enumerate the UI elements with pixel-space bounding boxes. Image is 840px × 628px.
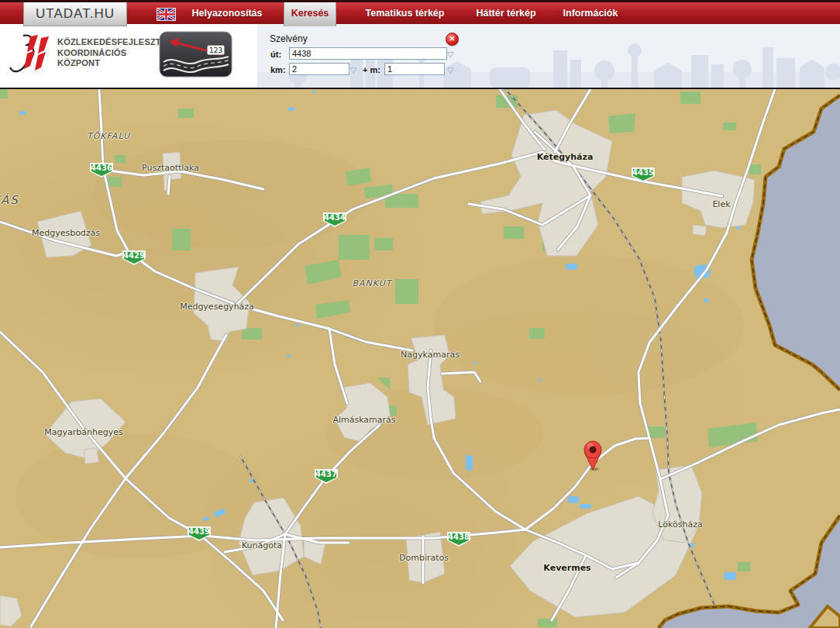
map-label-dombiratos: Dombiratos (399, 553, 449, 563)
org-line-3: KÖZPONT (57, 58, 175, 69)
km-dropdown-icon[interactable]: ▽ (350, 65, 356, 74)
map-label-tokfalu: TÖKFALU (87, 131, 130, 141)
map-label-elek: Elek (712, 199, 730, 209)
m-dropdown-icon[interactable]: ▽ (447, 65, 453, 74)
map-label-ketegyhaza: Kétegyháza (537, 152, 594, 162)
form-title: Szelvény (270, 33, 308, 44)
km-field-label: km: (270, 65, 286, 74)
map-label-medgyesbodzas: Medgyesbodzás (32, 228, 100, 238)
org-line-1: KÖZLEKEDÉSFEJLESZTÉSI (57, 37, 175, 48)
kkk-logo-icon (6, 32, 53, 77)
location-marker-pin[interactable] (584, 441, 601, 471)
map-label-kunagota: Kunágota (242, 540, 282, 550)
uk-flag-icon[interactable] (157, 8, 176, 21)
map-label-medgyesegyhaza: Medgyesegyháza (180, 302, 254, 312)
org-line-2: KOORDINÁCIÓS (57, 48, 175, 59)
map-label-bodzas-fragment: DZÁS (0, 193, 19, 207)
tab-kereses[interactable]: Keresés (284, 2, 336, 26)
tab-hatter-terkep[interactable]: Háttér térkép (467, 2, 545, 24)
tab-tematikus-terkep[interactable]: Tematikus térkép (353, 2, 457, 24)
map-label-bankut: BÁNKÚT (353, 278, 392, 288)
road-input[interactable] (289, 47, 447, 60)
road-field-label: út: (270, 50, 281, 59)
road-dropdown-icon[interactable]: ▽ (447, 50, 453, 59)
main-nav: UTADAT.HU Helyazonosítás Keresés Tematik… (0, 2, 840, 25)
close-icon[interactable]: ✕ (446, 33, 459, 46)
tab-informaciok[interactable]: Információk (553, 2, 628, 24)
header-band: KÖZLEKEDÉSFEJLESZTÉSI KOORDINÁCIÓS KÖZPO… (0, 24, 840, 89)
m-input[interactable] (384, 63, 445, 75)
m-field-label: + m: (363, 65, 380, 74)
brand-logo-box[interactable]: UTADAT.HU (23, 2, 127, 26)
org-name: KÖZLEKEDÉSFEJLESZTÉSI KOORDINÁCIÓS KÖZPO… (57, 37, 175, 69)
map-label-magyarbanhegyes: Magyarbánhegyes (44, 427, 122, 437)
utadat-page: UTADAT.HU Helyazonosítás Keresés Tematik… (0, 0, 840, 628)
km-input[interactable] (289, 63, 349, 75)
map-label-lokoshaza: Lökösháza (658, 519, 702, 530)
map-label-almaskamaras: Almáskamarás (332, 415, 395, 425)
thumb-sign-123: 123 (209, 47, 222, 54)
tab-helyazonositas[interactable]: Helyazonosítás (188, 2, 266, 24)
map-label-nagykamaras: Nagykamarás (401, 350, 460, 360)
map-label-pusztaottlaka: Pusztaottlaka (142, 163, 199, 173)
map-canvas[interactable]: TÖKFALU Pusztaottlaka DZÁS Medgyesbodzás… (0, 89, 840, 628)
map-label-kevermes: Kevermes (543, 563, 590, 573)
road-section-thumbnail[interactable]: 123 (159, 31, 232, 78)
